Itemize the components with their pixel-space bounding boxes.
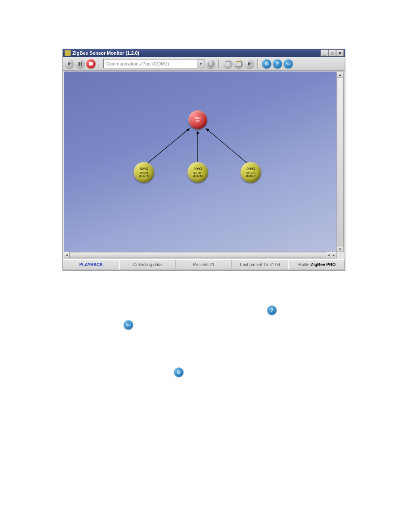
open-button[interactable] <box>234 59 243 68</box>
gear-icon: ⚙ <box>265 61 269 67</box>
node-addr: 0x796F <box>193 171 202 174</box>
save-button[interactable] <box>223 59 233 68</box>
network-canvas[interactable]: SINK RX 32°C 0x0001 15:30:45 20°C 0x796F… <box>64 72 337 252</box>
scroll-up-icon[interactable]: ▲ <box>337 72 343 77</box>
vertical-scrollbar[interactable]: ▲ ▼ <box>336 72 344 252</box>
status-packets: Packets: 21 <box>176 259 232 270</box>
app-window: ZigBee Sensor Monitor (1.2.0) _ □ ✕ Comm… <box>62 49 345 271</box>
node-time: 15:31:04 <box>246 174 255 177</box>
scroll-right-icon[interactable]: ► <box>331 252 336 258</box>
play-icon <box>248 62 251 66</box>
scroll-down-icon[interactable]: ▼ <box>337 246 343 252</box>
pause-button[interactable] <box>75 59 85 68</box>
gear-icon: ⚙ <box>177 370 181 375</box>
play-icon <box>68 62 71 66</box>
close-button[interactable]: ✕ <box>336 50 344 56</box>
canvas-area: SINK RX 32°C 0x0001 15:30:45 20°C 0x796F… <box>63 71 345 259</box>
stop-button[interactable] <box>86 59 96 68</box>
help-icon: ? <box>271 308 274 313</box>
scroll-left-icon[interactable]: ◄ <box>64 252 69 258</box>
status-profile: Profile: ZigBee PRO <box>288 259 345 270</box>
svg-line-0 <box>145 128 190 165</box>
status-lastpacket: Last packet: 15:31:04 <box>232 259 288 270</box>
sink-sublabel: RX <box>196 120 199 123</box>
minimize-button[interactable]: _ <box>321 50 328 56</box>
maximize-button[interactable]: □ <box>328 50 336 56</box>
sensor-node-2[interactable]: 20°C 0x796F 15:30:55 <box>187 162 208 183</box>
svg-line-2 <box>206 128 250 165</box>
separator <box>218 59 220 68</box>
window-controls: _ □ ✕ <box>321 50 344 56</box>
port-value: Communications Port (COM1) <box>106 61 169 66</box>
sink-node[interactable]: SINK RX <box>188 110 207 129</box>
status-state: Collecting data <box>119 259 176 270</box>
status-mode: PLAYBACK <box>63 259 119 270</box>
toolbar: Communications Port (COM1) ▼ ⚙ ? AB7 <box>63 57 345 71</box>
node-time: 15:30:55 <box>193 174 202 177</box>
node-time: 15:30:45 <box>139 174 149 177</box>
scroll-thumb[interactable] <box>337 77 343 246</box>
separator <box>99 59 100 68</box>
window-title: ZigBee Sensor Monitor (1.2.0) <box>72 50 139 56</box>
separator <box>257 59 259 68</box>
refresh-button[interactable] <box>206 59 215 68</box>
play-button[interactable] <box>65 59 74 68</box>
node-temp: 32°C <box>140 167 148 171</box>
floating-ab7-icon: AB7 <box>124 320 133 330</box>
scroll-right-icon[interactable]: ◄ <box>326 252 331 258</box>
ab7-icon: AB7 <box>126 324 131 326</box>
status-bar: PLAYBACK Collecting data Packets: 21 Las… <box>63 259 345 270</box>
floating-help-icon: ? <box>267 305 277 315</box>
sink-label: SINK <box>195 117 201 120</box>
settings-button[interactable]: ⚙ <box>262 59 271 68</box>
folder-icon <box>236 61 242 67</box>
ab7-button[interactable]: AB7 <box>283 59 293 68</box>
refresh-icon <box>208 61 214 67</box>
floating-gear-icon: ⚙ <box>174 367 184 377</box>
save-icon <box>225 61 231 66</box>
titlebar[interactable]: ZigBee Sensor Monitor (1.2.0) _ □ ✕ <box>63 49 345 57</box>
horizontal-scrollbar[interactable]: ◄ ◄ ► <box>64 252 337 258</box>
node-temp: 20°C <box>246 167 255 171</box>
app-icon <box>65 50 71 56</box>
node-addr: 0x0001 <box>140 171 148 174</box>
sensor-node-3[interactable]: 20°C 0x7970 15:31:04 <box>240 162 261 183</box>
help-button[interactable]: ? <box>273 59 282 68</box>
help-icon: ? <box>276 61 279 67</box>
sensor-node-1[interactable]: 32°C 0x0001 15:30:45 <box>134 162 154 183</box>
node-addr: 0x7970 <box>246 171 255 174</box>
port-combo[interactable]: Communications Port (COM1) ▼ <box>103 59 205 68</box>
stop-icon <box>89 62 93 65</box>
ab7-icon: AB7 <box>286 62 291 65</box>
pause-icon <box>78 62 82 66</box>
playback-button[interactable] <box>245 59 254 68</box>
node-temp: 20°C <box>193 167 202 171</box>
network-edges <box>64 72 337 252</box>
chevron-down-icon[interactable]: ▼ <box>197 59 204 68</box>
scroll-thumb[interactable] <box>69 252 326 258</box>
